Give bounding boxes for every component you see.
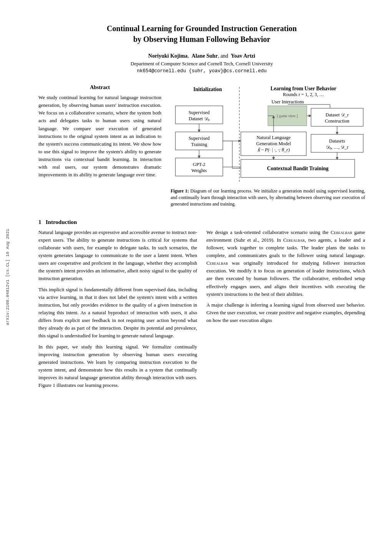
svg-text:Initialization: Initialization	[193, 86, 222, 92]
svg-text:Contextual Bandit Training: Contextual Bandit Training	[267, 166, 329, 171]
intro-para5: A major challenge is inferring a learnin…	[206, 301, 365, 324]
abstract-heading: Abstract	[38, 85, 161, 91]
intro-col-left: Natural language provides an expressive …	[38, 229, 197, 393]
emails: nk654@cornell.edu {suhr, yoav}@cs.cornel…	[38, 68, 365, 74]
section1-title: Introduction	[46, 219, 77, 225]
section1-heading: 1 Introduction	[38, 219, 365, 226]
affiliation: Department of Computer Science and Corne…	[38, 61, 365, 67]
abstract-column: Abstract We study continual learning for…	[38, 85, 161, 211]
intro-para3: In this paper, we study this learning si…	[38, 343, 197, 390]
svg-text:Weights: Weights	[191, 168, 207, 173]
svg-text:Dataset 𝒟₀: Dataset 𝒟₀	[189, 116, 209, 121]
svg-text:Datasets: Datasets	[329, 138, 345, 144]
svg-text:Supervised: Supervised	[189, 110, 210, 115]
figure1-caption: Figure 1: Diagram of our learning proces…	[171, 188, 365, 207]
cerealbar-ref: Cerealbar	[331, 229, 352, 235]
arxiv-stamp: arXiv:2108.04812v1 [cs.CL] 10 Aug 2021	[5, 229, 10, 325]
cerealbar-ref3: Cerealbar	[206, 260, 228, 266]
author-artzi: Yoav Artzi	[231, 53, 255, 59]
author-kojima: Noriyuki Kojima	[148, 53, 188, 59]
svg-text:Rounds r = 1, 2, 3, …: Rounds r = 1, 2, 3, …	[283, 92, 324, 97]
suhr2019-ref: Suhr et al., 2019	[236, 237, 272, 243]
svg-text:Dataset 𝒟_r: Dataset 𝒟_r	[326, 112, 349, 118]
svg-text:Supervised: Supervised	[189, 136, 210, 141]
paper-title: Continual Learning for Grounded Instruct…	[38, 23, 365, 45]
svg-text:[ game view ]: [ game view ]	[277, 114, 297, 118]
figure1-diagram: Initialization Learning from User Behavi…	[171, 85, 365, 184]
authors: Noriyuki Kojima, Alane Suhr, and Yoav Ar…	[38, 53, 365, 59]
svg-text:GPT-2: GPT-2	[193, 162, 205, 167]
abstract-text: We study continual learning for natural …	[38, 94, 161, 179]
section1-number: 1	[38, 219, 42, 225]
intro-para1: Natural language provides an expressive …	[38, 229, 197, 283]
svg-text:Natural Language: Natural Language	[256, 135, 291, 140]
arxiv-stamp-wrapper: arXiv:2108.04812v1 [cs.CL] 10 Aug 2021	[0, 0, 15, 554]
svg-text:Training: Training	[191, 142, 207, 147]
svg-text:x̄ ~ P(· | ·, ·; θ_r): x̄ ~ P(· | ·, ·; θ_r)	[257, 147, 290, 153]
svg-text:𝒟₀, …, 𝒟_r: 𝒟₀, …, 𝒟_r	[326, 144, 349, 150]
intro-para2: This implicit signal is fundamentally di…	[38, 286, 197, 340]
intro-col-right: We design a task-oriented collaborative …	[206, 229, 365, 393]
svg-text:Generation Model: Generation Model	[256, 141, 291, 146]
intro-para4: We design a task-oriented collaborative …	[206, 229, 365, 298]
figure1: Initialization Learning from User Behavi…	[171, 85, 365, 207]
cerealbar-ref2: Cerealbar	[283, 237, 305, 243]
figure-column: Initialization Learning from User Behavi…	[171, 85, 365, 211]
author-suhr: Alane Suhr	[192, 53, 218, 59]
svg-text:User Interactions: User Interactions	[272, 99, 304, 104]
figure-caption-text: Diagram of our learning process. We init…	[171, 188, 365, 207]
svg-text:Learning from User Behavior: Learning from User Behavior	[271, 86, 337, 91]
figure-caption-label: Figure 1:	[171, 188, 189, 194]
svg-text:Construction: Construction	[325, 118, 349, 124]
